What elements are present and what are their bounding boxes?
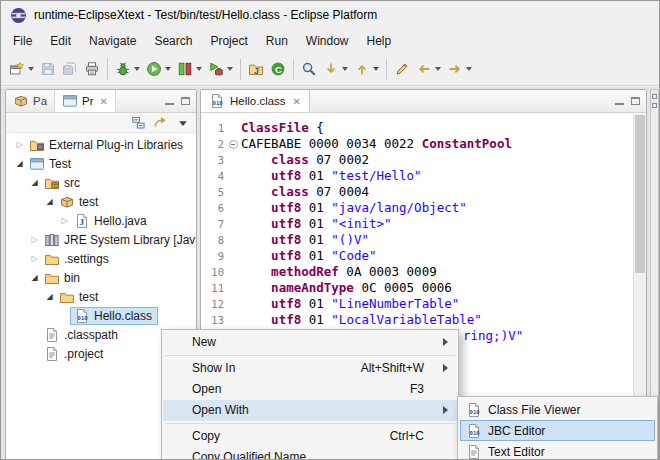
tree-item-hello-class[interactable]: 010Hello.class (6, 306, 196, 325)
collapse-arrow[interactable]: ◢ (29, 178, 40, 187)
svg-text:J: J (254, 66, 259, 76)
tree-item-bin[interactable]: ◢bin (6, 268, 196, 287)
code-text: utf8 01 "java/lang/Object" (239, 200, 467, 216)
title-bar[interactable]: runtime-EclipseXtext - Test/bin/test/Hel… (1, 1, 659, 29)
tree-item-settings[interactable]: ▷.settings (6, 249, 196, 268)
tree-item-label: .classpath (64, 328, 120, 342)
restore-view-icon[interactable] (652, 94, 657, 99)
menu-help[interactable]: Help (358, 30, 401, 52)
toolbar-last-edit-location-button[interactable] (392, 57, 412, 81)
context-menu-item-copy[interactable]: CopyCtrl+C (163, 426, 457, 447)
view-menu-icon[interactable] (175, 115, 191, 131)
tree-item-test[interactable]: ◢test (6, 287, 196, 306)
toolbar-back-button[interactable] (414, 57, 443, 81)
collapse-arrow[interactable]: ◢ (44, 292, 55, 301)
link-with-editor-icon[interactable] (153, 115, 169, 131)
dropdown-arrow-icon[interactable] (196, 67, 202, 71)
open-with-item-class-file-viewer[interactable]: 010Class File Viewer (460, 399, 655, 420)
expand-arrow[interactable]: ▷ (14, 140, 25, 149)
maximize-button[interactable] (180, 96, 191, 106)
dropdown-arrow-icon[interactable] (342, 67, 348, 71)
toolbar-external-tools-button[interactable] (206, 57, 235, 81)
scrollbar-thumb[interactable] (635, 115, 645, 273)
toolbar-new-java-project-button[interactable]: J (246, 57, 266, 81)
expand-arrow[interactable]: ▷ (29, 254, 40, 263)
search-icon (301, 61, 317, 77)
tab-package-explorer[interactable]: Pa (6, 90, 55, 112)
toolbar-debug-button[interactable] (113, 57, 142, 81)
menu-edit[interactable]: Edit (41, 30, 80, 52)
tree-item-external-plug-in-libraries[interactable]: ▷External Plug-in Libraries (6, 135, 196, 154)
dropdown-arrow-icon[interactable] (466, 67, 472, 71)
toolbar-save-button[interactable] (38, 57, 58, 81)
menu-item-label: Show In (192, 361, 235, 375)
context-menu-item-open-with[interactable]: Open With (163, 400, 457, 421)
dropdown-arrow-icon[interactable] (28, 67, 34, 71)
toolbar-forward-button[interactable] (445, 57, 474, 81)
save-all-icon (62, 61, 78, 77)
tab-project-explorer[interactable]: Pr ✕ (55, 90, 116, 112)
open-with-item-text-editor[interactable]: Text Editor (460, 441, 655, 460)
minimize-button[interactable] (614, 96, 625, 106)
open-with-item-jbc-editor[interactable]: 010JBC Editor (460, 420, 655, 441)
menu-window[interactable]: Window (297, 30, 358, 52)
menu-accelerator: Ctrl+C (390, 426, 424, 447)
maximize-button[interactable] (630, 96, 641, 106)
close-icon[interactable]: ✕ (293, 96, 301, 107)
code-line: 8 utf8 01 "()V" (201, 232, 646, 248)
menu-item-label: New (192, 335, 216, 349)
dropdown-arrow-icon[interactable] (165, 67, 171, 71)
tree-item-test[interactable]: ◢test (6, 192, 196, 211)
dropdown-arrow-icon[interactable] (373, 67, 379, 71)
context-menu-item-open[interactable]: OpenF3 (163, 379, 457, 400)
line-number: 4 (201, 170, 227, 182)
text-file-icon (44, 346, 60, 362)
code-text: CAFEBABE 0000 0034 0022 ConstantPool (239, 136, 512, 152)
tree-item-src[interactable]: ◢src (6, 173, 196, 192)
code-text: class 07 0004 (239, 184, 369, 200)
menu-separator (165, 423, 455, 424)
toolbar-save-all-button[interactable] (60, 57, 80, 81)
last-edit-location-icon (394, 61, 410, 77)
close-icon[interactable]: ✕ (100, 96, 108, 107)
tab-hello-class-editor[interactable]: 010 Hello.class ✕ (201, 90, 310, 112)
toolbar-print-button[interactable] (82, 57, 102, 81)
toolbar-new-class-button[interactable]: C (268, 57, 288, 81)
minimize-button[interactable] (164, 96, 175, 106)
toolbar-new-wizard-button[interactable] (7, 57, 36, 81)
dropdown-arrow-icon[interactable] (227, 67, 233, 71)
tree-item-jre-system-library-java[interactable]: ▷JRE System Library [Java (6, 230, 196, 249)
toolbar-previous-annotation-button[interactable] (352, 57, 381, 81)
line-number: 11 (201, 282, 227, 294)
context-menu-item-show-in[interactable]: Show InAlt+Shift+W (163, 358, 457, 379)
context-menu-item-new[interactable]: New (163, 332, 457, 353)
dropdown-arrow-icon[interactable] (435, 67, 441, 71)
fold-marker[interactable] (229, 140, 238, 149)
expand-arrow[interactable]: ▷ (29, 235, 40, 244)
window-title: runtime-EclipseXtext - Test/bin/test/Hel… (34, 8, 377, 22)
tree-item-hello-java[interactable]: ▷JHello.java (6, 211, 196, 230)
toolbar-coverage-button[interactable] (175, 57, 204, 81)
toolbar-run-button[interactable] (144, 57, 173, 81)
context-menu-item-copy-qualified-name[interactable]: Copy Qualified Name (163, 447, 457, 460)
menu-file[interactable]: File (4, 30, 41, 52)
coverage-icon (177, 61, 193, 77)
menu-search[interactable]: Search (145, 30, 201, 52)
code-line: 6 utf8 01 "java/lang/Object" (201, 200, 646, 216)
view-window-buttons (164, 90, 196, 112)
code-line: 4 utf8 01 "test/Hello" (201, 168, 646, 184)
collapsed-view-icon[interactable] (652, 103, 657, 108)
toolbar-search-button[interactable] (299, 57, 319, 81)
menu-run[interactable]: Run (257, 30, 297, 52)
menu-navigate[interactable]: Navigate (80, 30, 145, 52)
collapse-arrow[interactable]: ◢ (29, 273, 40, 282)
collapse-all-icon[interactable] (131, 115, 147, 131)
menu-project[interactable]: Project (201, 30, 256, 52)
toolbar-next-annotation-button[interactable] (321, 57, 350, 81)
collapse-arrow[interactable]: ◢ (14, 159, 25, 168)
code-line: 2CAFEBABE 0000 0034 0022 ConstantPool (201, 136, 646, 152)
collapse-arrow[interactable]: ◢ (44, 197, 55, 206)
tree-item-test[interactable]: ◢Test (6, 154, 196, 173)
dropdown-arrow-icon[interactable] (134, 67, 140, 71)
expand-arrow[interactable]: ▷ (59, 216, 70, 225)
